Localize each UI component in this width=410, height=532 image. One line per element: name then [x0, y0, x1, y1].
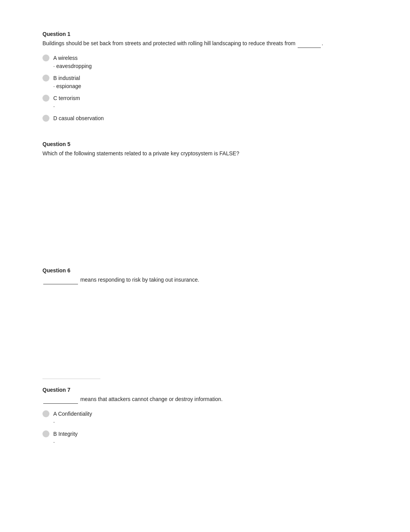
radio-1-b[interactable] [42, 75, 49, 82]
option-1-a-text-line2: eavesdropping [56, 63, 92, 69]
option-1-a-content: A wireless · eavesdropping [53, 54, 92, 70]
option-1-c-content: C terrorism · [53, 94, 80, 110]
question-1-text-before: Buildings should be set back from street… [42, 40, 295, 46]
option-7-a[interactable]: A Confidentiality · [42, 410, 368, 426]
question-5-space [42, 164, 368, 249]
question-1-blank [298, 39, 321, 48]
question-6-blank [43, 276, 78, 284]
option-1-d-text: casual observation [59, 115, 104, 121]
question-5-block: Question 5 Which of the following statem… [42, 141, 368, 249]
question-7-label: Question 7 [42, 387, 368, 393]
question-1-label: Question 1 [42, 31, 368, 37]
radio-7-a[interactable] [42, 410, 49, 417]
option-1-c-spacer: · [53, 103, 55, 109]
radio-1-d[interactable] [42, 115, 49, 122]
radio-1-a[interactable] [42, 54, 49, 61]
option-7-b-text: Integrity [58, 431, 78, 437]
option-1-c-letter: C [53, 95, 57, 101]
radio-1-c[interactable] [42, 95, 49, 102]
question-1-options: A wireless · eavesdropping B industrial … [42, 54, 368, 122]
option-1-c[interactable]: C terrorism · [42, 94, 368, 110]
question-1-text-after: . [322, 40, 323, 46]
option-7-a-dot: · [53, 419, 55, 425]
option-1-b-letter: B [53, 75, 57, 81]
question-6-space [42, 291, 368, 360]
radio-7-b[interactable] [42, 430, 49, 437]
question-6-text-after: means responding to risk by taking out i… [80, 277, 199, 283]
page-container: Question 1 Buildings should be set back … [0, 0, 410, 496]
option-7-b-dot: · [53, 439, 55, 445]
option-7-b[interactable]: B Integrity · [42, 430, 368, 446]
option-7-a-content: A Confidentiality · [53, 410, 92, 426]
question-7-blank [43, 395, 78, 404]
question-5-label: Question 5 [42, 141, 368, 147]
option-1-a-text-line1: wireless [58, 55, 78, 61]
option-1-c-text: terrorism [59, 95, 80, 101]
question-7-text: means that attackers cannot change or de… [42, 395, 368, 404]
question-7-text-after: means that attackers cannot change or de… [80, 396, 223, 402]
question-5-text: Which of the following statements relate… [42, 150, 368, 158]
option-1-a[interactable]: A wireless · eavesdropping [42, 54, 368, 70]
option-1-d-letter: D [53, 115, 57, 121]
option-7-a-text: Confidentiality [58, 411, 92, 417]
option-7-b-content: B Integrity · [53, 430, 78, 446]
option-1-a-text-dot: · [53, 63, 56, 69]
option-1-d-content: D casual observation [53, 114, 104, 122]
option-7-a-letter: A [53, 411, 57, 417]
question-1-text: Buildings should be set back from street… [42, 39, 368, 48]
question-7-options: A Confidentiality · B Integrity · [42, 410, 368, 446]
option-1-b-content: B industrial · espionage [53, 74, 81, 90]
section-divider [42, 379, 100, 379]
option-1-b[interactable]: B industrial · espionage [42, 74, 368, 90]
option-7-b-letter: B [53, 431, 57, 437]
option-1-b-text-dot: · [53, 83, 56, 89]
question-6-label: Question 6 [42, 267, 368, 274]
question-7-block: Question 7 means that attackers cannot c… [42, 387, 368, 446]
question-6-block: Question 6 means responding to risk by t… [42, 267, 368, 360]
option-1-a-letter: A [53, 55, 57, 61]
question-1-block: Question 1 Buildings should be set back … [42, 31, 368, 122]
option-1-b-text-line2: espionage [56, 83, 81, 89]
option-1-b-text-line1: industrial [58, 75, 80, 81]
question-6-text: means responding to risk by taking out i… [42, 276, 368, 284]
option-1-d[interactable]: D casual observation [42, 114, 368, 122]
